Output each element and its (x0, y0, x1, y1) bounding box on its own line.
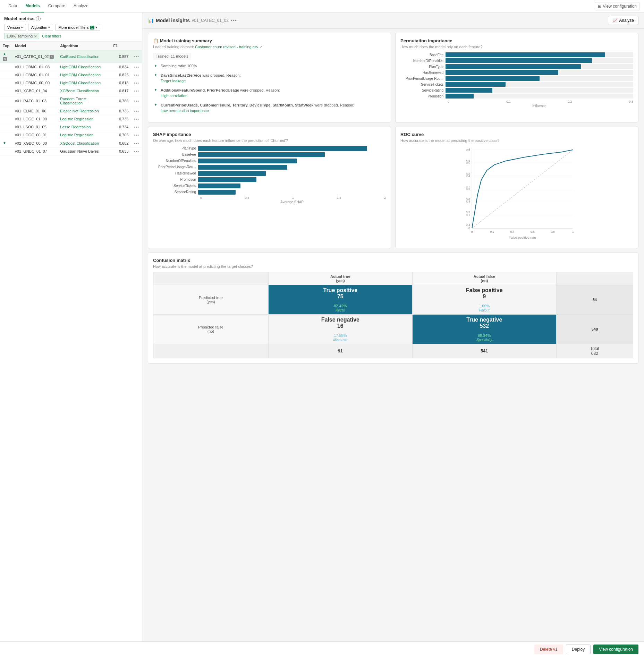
row-actions[interactable]: ••• (131, 131, 142, 139)
dataset-link[interactable]: Customer churn revised - training.csv (195, 45, 258, 49)
more-icon[interactable]: ••• (134, 141, 139, 145)
algorithm-link[interactable]: Elastic Net Regression (60, 109, 99, 113)
algorithm-link[interactable]: CatBoost Classification (60, 54, 99, 59)
table-row[interactable]: v01_GNBC_01_07 Gaussian Naive Bayes 0.63… (0, 147, 142, 155)
algorithm-name[interactable]: LightGBM Classification (57, 63, 110, 71)
top-cell (0, 63, 12, 71)
algorithm-filter-button[interactable]: Algorithm ▾ (28, 24, 53, 31)
more-icon[interactable]: ••• (134, 81, 139, 85)
row-actions[interactable]: ••• (131, 123, 142, 131)
table-row[interactable]: ★ v02_XGBC_00_00 XGBoost Classification … (0, 139, 142, 147)
high-correlation-link[interactable]: High correlation (161, 93, 280, 99)
more-icon[interactable]: ••• (134, 99, 139, 103)
row-actions[interactable]: ••• (131, 87, 142, 95)
sidebar-header: Model metrics i Version ▾ Algorithm ▾ Mo… (0, 12, 142, 42)
info-icon[interactable]: i (36, 16, 41, 21)
algorithm-link[interactable]: Random Forest Classification (60, 97, 86, 105)
shap-label: HasRenewed (153, 171, 198, 175)
table-row[interactable]: v01_LGBMC_01_08 LightGBM Classification … (0, 63, 142, 71)
more-icon[interactable]: ••• (134, 73, 139, 77)
view-config-button[interactable]: ⊞ View configuration (595, 2, 640, 10)
algorithm-name[interactable]: XGBoost Classification (57, 87, 110, 95)
more-options-icon[interactable]: ••• (231, 18, 237, 23)
top-cell (0, 131, 12, 139)
algorithm-name[interactable]: CatBoost Classification (57, 50, 110, 63)
view-config-bottom-button[interactable]: View configuration (593, 645, 638, 654)
deploy-button[interactable]: Deploy (566, 645, 591, 654)
shap-subtitle: On average, how much does each feature i… (153, 138, 386, 143)
more-icon[interactable]: ••• (134, 117, 139, 121)
row-actions[interactable]: ••• (131, 50, 142, 63)
selected-close-icon[interactable]: ✕ (50, 55, 54, 59)
row-actions[interactable]: ••• (131, 79, 142, 87)
model-name: v01_LSOC_01_05 (12, 123, 57, 131)
perm-bar-wrap (446, 82, 633, 87)
table-row[interactable]: ★✕ v01_CATBC_01_02 ✕ CatBoost Classifica… (0, 50, 142, 63)
more-icon[interactable]: ••• (134, 149, 139, 153)
more-icon[interactable]: ••• (134, 109, 139, 113)
nav-data[interactable]: Data (4, 0, 21, 12)
shap-row: ServiceTickets (153, 184, 386, 188)
algorithm-name[interactable]: XGBoost Classification (57, 139, 110, 147)
table-row[interactable]: v01_XGBC_01_04 XGBoost Classification 0.… (0, 87, 142, 95)
row-actions[interactable]: ••• (131, 95, 142, 107)
row-actions[interactable]: ••• (131, 107, 142, 115)
nav-compare[interactable]: Compare (44, 0, 69, 12)
dropped-text-2: AdditionalFeatureSpend, PriorPeriodUsage… (161, 87, 280, 99)
algorithm-name[interactable]: Lasso Regression (57, 123, 110, 131)
top-cell: ★ (0, 139, 12, 147)
nav-models[interactable]: Models (21, 0, 44, 12)
table-row[interactable]: v01_LOGC_01_00 Logistic Regression 0.736… (0, 115, 142, 123)
row-actions[interactable]: ••• (131, 139, 142, 147)
algorithm-name[interactable]: Logistic Regression (57, 131, 110, 139)
table-row[interactable]: v01_LGBMC_00_00 LightGBM Classification … (0, 79, 142, 87)
f1-score: 0.633 (110, 147, 131, 155)
algorithm-link[interactable]: Lasso Regression (60, 125, 91, 129)
more-icon[interactable]: ••• (134, 65, 139, 69)
shap-bar (198, 146, 367, 151)
algorithm-link[interactable]: XGBoost Classification (60, 89, 99, 93)
algorithm-link[interactable]: LightGBM Classification (60, 73, 101, 77)
algorithm-name[interactable]: LightGBM Classification (57, 71, 110, 79)
top-cell (0, 87, 12, 95)
algorithm-name[interactable]: LightGBM Classification (57, 79, 110, 87)
version-filter-button[interactable]: Version ▾ (4, 24, 26, 31)
algorithm-link[interactable]: LightGBM Classification (60, 81, 101, 85)
more-icon[interactable]: ••• (134, 89, 139, 93)
more-icon[interactable]: ••• (134, 133, 139, 137)
analyze-button[interactable]: 📈 Analyze (608, 16, 638, 25)
target-leakage-link[interactable]: Target leakage (161, 78, 241, 84)
table-row[interactable]: v01_LOGC_00_01 Logistic Regression 0.705… (0, 131, 142, 139)
more-filters-button[interactable]: More model filters 1 ▾ (55, 24, 100, 31)
clear-filters-link[interactable]: Clear filters (42, 34, 61, 38)
table-row[interactable]: v01_LGBMC_01_01 LightGBM Classification … (0, 71, 142, 79)
perm-label: HasRenewed (400, 71, 446, 75)
close-icon[interactable]: ✕ (3, 57, 7, 61)
nav-analyze[interactable]: Analyze (69, 0, 93, 12)
drop-icon-1: ✦ (153, 73, 158, 78)
roc-chart-container: 0 0.1 0.2 0.3 0.4 0.5 0.6 0 0.2 0.4 0.6 (400, 146, 633, 243)
low-permutation-link[interactable]: Low permutation importance (161, 108, 354, 114)
row-actions[interactable]: ••• (131, 115, 142, 123)
algorithm-link[interactable]: Logistic Regression (60, 117, 93, 121)
algorithm-link[interactable]: XGBoost Classification (60, 141, 99, 145)
algorithm-name[interactable]: Logistic Regression (57, 115, 110, 123)
table-row[interactable]: v01_ELNC_01_06 Elastic Net Regression 0.… (0, 107, 142, 115)
more-icon[interactable]: ••• (134, 54, 139, 59)
table-row[interactable]: v01_LSOC_01_05 Lasso Regression 0.734 ••… (0, 123, 142, 131)
remove-filter-icon[interactable]: ✕ (34, 34, 37, 38)
row-actions[interactable]: ••• (131, 71, 142, 79)
algorithm-name[interactable]: Elastic Net Regression (57, 107, 110, 115)
row-actions[interactable]: ••• (131, 147, 142, 155)
row-actions[interactable]: ••• (131, 63, 142, 71)
algorithm-link[interactable]: LightGBM Classification (60, 65, 101, 69)
delete-button[interactable]: Delete v1 (534, 645, 563, 654)
shap-importance-card: SHAP importance On average, how much doe… (148, 127, 391, 248)
more-icon[interactable]: ••• (134, 125, 139, 129)
algorithm-name[interactable]: Random Forest Classification (57, 95, 110, 107)
algorithm-link[interactable]: Logistic Regression (60, 133, 93, 137)
star-icon: ★ (3, 52, 6, 56)
shap-bar-wrap (198, 177, 386, 182)
table-row[interactable]: v01_RAFC_01_03 Random Forest Classificat… (0, 95, 142, 107)
svg-text:0: 0 (471, 230, 473, 233)
